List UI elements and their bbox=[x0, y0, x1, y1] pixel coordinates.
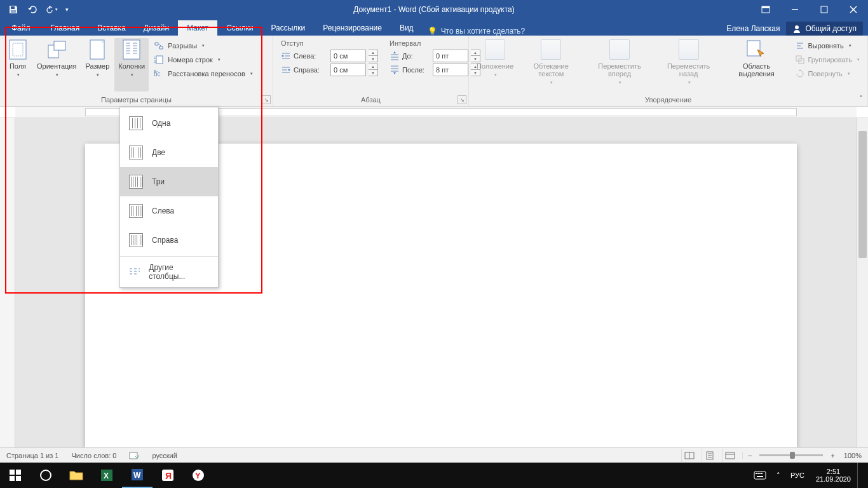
margins-button[interactable]: Поля▾ bbox=[4, 38, 32, 92]
tab-layout[interactable]: Макет bbox=[178, 20, 217, 36]
columns-two[interactable]: Две bbox=[120, 138, 218, 167]
taskbar-yandex-browser[interactable]: Y bbox=[183, 463, 214, 488]
svg-rect-0 bbox=[11, 6, 15, 9]
undo-button[interactable] bbox=[24, 1, 41, 18]
three-column-icon bbox=[129, 175, 143, 189]
scroll-thumb[interactable] bbox=[858, 131, 867, 258]
columns-three[interactable]: Три bbox=[120, 167, 218, 196]
status-language[interactable]: русский bbox=[152, 452, 177, 459]
columns-dropdown: Одна Две Три Слева Справа Другие столбцы… bbox=[119, 107, 219, 288]
svg-rect-83 bbox=[757, 476, 763, 477]
indent-left-up[interactable]: ▲ bbox=[369, 50, 377, 56]
spacing-heading: Интервал bbox=[390, 39, 480, 47]
zoom-level[interactable]: 100% bbox=[844, 452, 862, 459]
indent-right-down[interactable]: ▼ bbox=[369, 70, 377, 76]
tab-view[interactable]: Вид bbox=[391, 20, 423, 36]
taskbar-word[interactable]: W bbox=[122, 463, 153, 488]
orientation-button[interactable]: Ориентация▾ bbox=[33, 38, 80, 92]
user-name[interactable]: Елена Лапская bbox=[726, 24, 780, 33]
svg-text:X: X bbox=[104, 471, 109, 480]
indent-right-up[interactable]: ▲ bbox=[369, 64, 377, 70]
status-words[interactable]: Число слов: 0 bbox=[71, 452, 116, 459]
spacing-before-input[interactable]: 0 пт bbox=[433, 50, 468, 62]
align-icon bbox=[796, 41, 804, 50]
tab-mailings[interactable]: Рассылки bbox=[262, 20, 314, 36]
view-web-layout[interactable] bbox=[722, 449, 738, 462]
svg-text:2: 2 bbox=[154, 60, 156, 64]
page-setup-launcher[interactable]: ↘ bbox=[262, 95, 271, 104]
zoom-slider-thumb[interactable] bbox=[790, 452, 795, 459]
rotate-button: Повернуть▾ bbox=[792, 67, 864, 80]
indent-left-down[interactable]: ▼ bbox=[369, 56, 377, 62]
two-column-icon bbox=[129, 146, 143, 159]
maximize-button[interactable] bbox=[810, 0, 839, 19]
tell-me-search[interactable]: 💡 Что вы хотите сделать? bbox=[428, 27, 526, 36]
tab-design[interactable]: Дизайн bbox=[135, 20, 178, 36]
page-setup-group-label: Параметры страницы bbox=[4, 95, 269, 105]
taskbar-explorer[interactable] bbox=[61, 463, 92, 488]
spacing-before-label: До: bbox=[402, 52, 430, 60]
tray-language[interactable]: РУС bbox=[785, 463, 810, 488]
status-page[interactable]: Страница 1 из 1 bbox=[6, 452, 58, 459]
columns-one[interactable]: Одна bbox=[120, 109, 218, 138]
breaks-button[interactable]: Разрывы▾ bbox=[150, 39, 256, 52]
tab-home[interactable]: Главная bbox=[42, 20, 89, 36]
group-icon bbox=[796, 55, 804, 64]
breaks-icon bbox=[154, 41, 164, 50]
qat-customize[interactable]: ▾ bbox=[62, 1, 71, 18]
selection-icon bbox=[746, 39, 766, 60]
indent-left-input[interactable]: 0 см bbox=[330, 50, 366, 62]
svg-rect-3 bbox=[762, 6, 770, 8]
tab-file[interactable]: Файл bbox=[0, 20, 42, 36]
svg-rect-67 bbox=[10, 476, 15, 481]
svg-rect-80 bbox=[757, 473, 759, 474]
save-button[interactable] bbox=[5, 1, 22, 18]
share-button[interactable]: Общий доступ bbox=[786, 22, 863, 36]
zoom-in-button[interactable]: + bbox=[831, 452, 834, 459]
spacing-after-input[interactable]: 8 пт bbox=[433, 64, 468, 76]
collapse-ribbon-button[interactable]: ˄ bbox=[859, 95, 863, 104]
view-print-layout[interactable] bbox=[702, 449, 718, 462]
tray-up-icon[interactable]: ˄ bbox=[771, 463, 785, 488]
start-button[interactable] bbox=[0, 463, 31, 488]
selection-pane-button[interactable]: Область выделения bbox=[722, 38, 790, 92]
columns-button[interactable]: Колонки▾ bbox=[114, 38, 149, 92]
close-button[interactable] bbox=[839, 0, 868, 19]
line-numbers-button[interactable]: 12Номера строк▾ bbox=[150, 53, 256, 66]
svg-rect-1 bbox=[11, 10, 16, 13]
taskbar-yandex-search[interactable]: Я bbox=[153, 463, 183, 488]
tab-insert[interactable]: Вставка bbox=[88, 20, 135, 36]
show-desktop-button[interactable] bbox=[857, 463, 868, 488]
columns-right[interactable]: Справа bbox=[120, 226, 218, 255]
wrap-label: Обтекание текстом bbox=[533, 62, 568, 78]
ruler-vertical[interactable] bbox=[0, 118, 15, 447]
person-icon bbox=[792, 24, 801, 33]
tell-me-placeholder: Что вы хотите сделать? bbox=[441, 27, 526, 36]
taskbar-cortana[interactable] bbox=[31, 463, 61, 488]
redo-button[interactable]: ▾ bbox=[43, 1, 60, 18]
forward-label: Переместить вперед bbox=[598, 62, 641, 78]
hyphenation-button[interactable]: bca-Расстановка переносов▾ bbox=[150, 67, 256, 80]
zoom-out-button[interactable]: − bbox=[742, 452, 752, 459]
indent-right-icon bbox=[281, 65, 291, 74]
scrollbar-vertical[interactable] bbox=[857, 118, 868, 447]
taskbar-excel[interactable]: X bbox=[92, 463, 122, 488]
align-button[interactable]: Выровнять▾ bbox=[792, 39, 864, 52]
status-proofing-icon[interactable] bbox=[129, 451, 139, 460]
ribbon: Поля▾ Ориентация▾ Размер▾ Колонки▾ Разры… bbox=[0, 36, 868, 107]
minimize-button[interactable] bbox=[780, 0, 810, 19]
size-button[interactable]: Размер▾ bbox=[81, 38, 113, 92]
tray-clock[interactable]: 2:51 21.09.2020 bbox=[810, 463, 857, 488]
tab-review[interactable]: Рецензирование bbox=[314, 20, 391, 36]
ribbon-options-button[interactable] bbox=[751, 0, 780, 19]
zoom-slider[interactable] bbox=[759, 454, 823, 456]
left-column-icon bbox=[129, 204, 143, 218]
indent-right-input[interactable]: 0 см bbox=[330, 64, 366, 76]
tab-references[interactable]: Ссылки bbox=[217, 20, 262, 36]
columns-more[interactable]: Другие столбцы... bbox=[120, 258, 218, 286]
paragraph-launcher[interactable]: ↘ bbox=[458, 95, 466, 104]
tray-keyboard-icon[interactable] bbox=[749, 463, 771, 488]
view-read-mode[interactable] bbox=[681, 449, 698, 462]
spacing-after-icon bbox=[390, 65, 400, 74]
columns-left[interactable]: Слева bbox=[120, 196, 218, 226]
